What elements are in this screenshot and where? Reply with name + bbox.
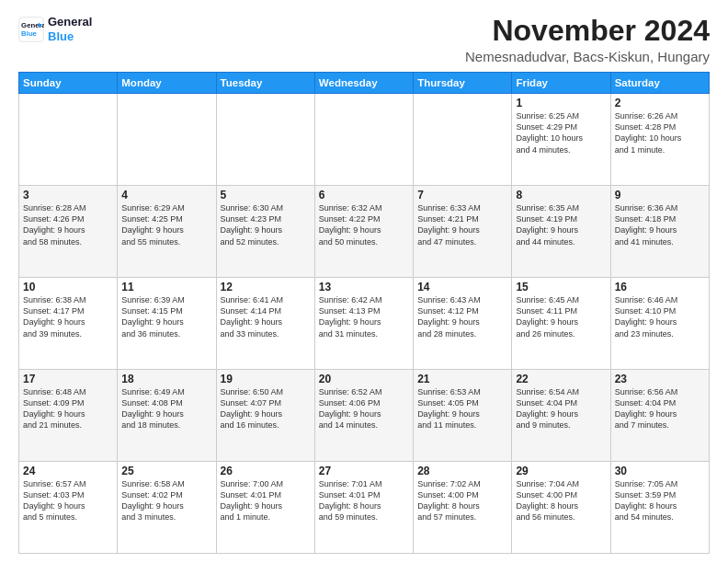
calendar-day: 10Sunrise: 6:38 AM Sunset: 4:17 PM Dayli… xyxy=(19,278,118,370)
col-thursday: Thursday xyxy=(414,73,512,94)
calendar-day: 30Sunrise: 7:05 AM Sunset: 3:59 PM Dayli… xyxy=(610,462,709,554)
calendar-day: 8Sunrise: 6:35 AM Sunset: 4:19 PM Daylig… xyxy=(512,186,610,278)
day-number: 19 xyxy=(221,373,311,385)
calendar-day: 12Sunrise: 6:41 AM Sunset: 4:14 PM Dayli… xyxy=(216,278,314,370)
calendar-day: 24Sunrise: 6:57 AM Sunset: 4:03 PM Dayli… xyxy=(19,462,118,554)
day-number: 29 xyxy=(516,465,606,477)
day-number: 1 xyxy=(516,97,606,109)
calendar-week-2: 10Sunrise: 6:38 AM Sunset: 4:17 PM Dayli… xyxy=(19,278,710,370)
calendar-day: 20Sunrise: 6:52 AM Sunset: 4:06 PM Dayli… xyxy=(314,370,413,462)
day-info: Sunrise: 6:45 AM Sunset: 4:11 PM Dayligh… xyxy=(516,294,606,339)
calendar-day: 14Sunrise: 6:43 AM Sunset: 4:12 PM Dayli… xyxy=(414,278,512,370)
calendar-day: 6Sunrise: 6:32 AM Sunset: 4:22 PM Daylig… xyxy=(314,186,413,278)
logo: General Blue General Blue xyxy=(18,15,92,43)
day-number: 28 xyxy=(417,465,507,477)
day-number: 6 xyxy=(319,189,409,201)
day-number: 22 xyxy=(516,373,606,385)
day-number: 3 xyxy=(23,189,113,201)
calendar-day: 13Sunrise: 6:42 AM Sunset: 4:13 PM Dayli… xyxy=(314,278,413,370)
calendar-day xyxy=(19,94,118,186)
calendar-week-0: 1Sunrise: 6:25 AM Sunset: 4:29 PM Daylig… xyxy=(19,94,710,186)
calendar-day: 29Sunrise: 7:04 AM Sunset: 4:00 PM Dayli… xyxy=(512,462,610,554)
calendar-day: 28Sunrise: 7:02 AM Sunset: 4:00 PM Dayli… xyxy=(414,462,512,554)
calendar-day: 4Sunrise: 6:29 AM Sunset: 4:25 PM Daylig… xyxy=(118,186,216,278)
day-number: 14 xyxy=(417,281,507,293)
calendar-day: 18Sunrise: 6:49 AM Sunset: 4:08 PM Dayli… xyxy=(118,370,216,462)
title-block: November 2024 Nemesnadudvar, Bacs-Kiskun… xyxy=(465,15,710,64)
calendar-day: 9Sunrise: 6:36 AM Sunset: 4:18 PM Daylig… xyxy=(610,186,709,278)
svg-text:Blue: Blue xyxy=(21,29,38,38)
day-info: Sunrise: 6:25 AM Sunset: 4:29 PM Dayligh… xyxy=(516,110,606,155)
calendar-day: 25Sunrise: 6:58 AM Sunset: 4:02 PM Dayli… xyxy=(118,462,216,554)
logo-blue: Blue xyxy=(48,29,92,44)
day-info: Sunrise: 6:46 AM Sunset: 4:10 PM Dayligh… xyxy=(615,294,705,339)
day-info: Sunrise: 6:33 AM Sunset: 4:21 PM Dayligh… xyxy=(417,202,507,247)
month-title: November 2024 xyxy=(465,15,710,47)
calendar-day xyxy=(314,94,413,186)
day-info: Sunrise: 6:48 AM Sunset: 4:09 PM Dayligh… xyxy=(23,386,113,431)
calendar-day: 23Sunrise: 6:56 AM Sunset: 4:04 PM Dayli… xyxy=(610,370,709,462)
calendar-day: 3Sunrise: 6:28 AM Sunset: 4:26 PM Daylig… xyxy=(19,186,118,278)
day-number: 21 xyxy=(417,373,507,385)
calendar-day: 2Sunrise: 6:26 AM Sunset: 4:28 PM Daylig… xyxy=(610,94,709,186)
day-number: 12 xyxy=(221,281,311,293)
day-info: Sunrise: 6:29 AM Sunset: 4:25 PM Dayligh… xyxy=(121,202,211,247)
calendar-header-row: Sunday Monday Tuesday Wednesday Thursday… xyxy=(19,73,710,94)
day-number: 17 xyxy=(23,373,113,385)
day-number: 24 xyxy=(23,465,113,477)
day-info: Sunrise: 6:50 AM Sunset: 4:07 PM Dayligh… xyxy=(221,386,311,431)
day-info: Sunrise: 6:30 AM Sunset: 4:23 PM Dayligh… xyxy=(221,202,311,247)
calendar-day: 17Sunrise: 6:48 AM Sunset: 4:09 PM Dayli… xyxy=(19,370,118,462)
day-info: Sunrise: 6:35 AM Sunset: 4:19 PM Dayligh… xyxy=(516,202,606,247)
day-number: 11 xyxy=(121,281,211,293)
day-info: Sunrise: 7:04 AM Sunset: 4:00 PM Dayligh… xyxy=(516,478,606,523)
col-monday: Monday xyxy=(118,73,216,94)
day-number: 2 xyxy=(615,97,705,109)
day-info: Sunrise: 6:53 AM Sunset: 4:05 PM Dayligh… xyxy=(417,386,507,431)
calendar-day: 5Sunrise: 6:30 AM Sunset: 4:23 PM Daylig… xyxy=(216,186,314,278)
day-number: 27 xyxy=(319,465,409,477)
day-info: Sunrise: 6:49 AM Sunset: 4:08 PM Dayligh… xyxy=(121,386,211,431)
calendar-day xyxy=(118,94,216,186)
day-info: Sunrise: 6:57 AM Sunset: 4:03 PM Dayligh… xyxy=(23,478,113,523)
day-number: 8 xyxy=(516,189,606,201)
calendar-day: 15Sunrise: 6:45 AM Sunset: 4:11 PM Dayli… xyxy=(512,278,610,370)
day-info: Sunrise: 7:00 AM Sunset: 4:01 PM Dayligh… xyxy=(221,478,311,523)
day-info: Sunrise: 6:36 AM Sunset: 4:18 PM Dayligh… xyxy=(615,202,705,247)
day-number: 9 xyxy=(615,189,705,201)
day-number: 25 xyxy=(121,465,211,477)
day-number: 20 xyxy=(319,373,409,385)
calendar-day xyxy=(414,94,512,186)
day-info: Sunrise: 6:32 AM Sunset: 4:22 PM Dayligh… xyxy=(319,202,409,247)
logo-icon: General Blue xyxy=(18,17,44,42)
col-sunday: Sunday xyxy=(19,73,118,94)
day-number: 16 xyxy=(615,281,705,293)
day-info: Sunrise: 7:01 AM Sunset: 4:01 PM Dayligh… xyxy=(319,478,409,523)
day-info: Sunrise: 6:41 AM Sunset: 4:14 PM Dayligh… xyxy=(221,294,311,339)
day-info: Sunrise: 6:52 AM Sunset: 4:06 PM Dayligh… xyxy=(319,386,409,431)
calendar-day: 19Sunrise: 6:50 AM Sunset: 4:07 PM Dayli… xyxy=(216,370,314,462)
calendar-day xyxy=(216,94,314,186)
day-number: 7 xyxy=(417,189,507,201)
page: General Blue General Blue November 2024 … xyxy=(0,0,728,563)
calendar-table: Sunday Monday Tuesday Wednesday Thursday… xyxy=(18,72,710,554)
day-info: Sunrise: 6:54 AM Sunset: 4:04 PM Dayligh… xyxy=(516,386,606,431)
day-info: Sunrise: 6:39 AM Sunset: 4:15 PM Dayligh… xyxy=(121,294,211,339)
day-number: 30 xyxy=(615,465,705,477)
day-number: 13 xyxy=(319,281,409,293)
calendar-day: 21Sunrise: 6:53 AM Sunset: 4:05 PM Dayli… xyxy=(414,370,512,462)
calendar-day: 16Sunrise: 6:46 AM Sunset: 4:10 PM Dayli… xyxy=(610,278,709,370)
header: General Blue General Blue November 2024 … xyxy=(18,15,710,64)
calendar-day: 22Sunrise: 6:54 AM Sunset: 4:04 PM Dayli… xyxy=(512,370,610,462)
calendar-day: 1Sunrise: 6:25 AM Sunset: 4:29 PM Daylig… xyxy=(512,94,610,186)
day-number: 5 xyxy=(221,189,311,201)
col-tuesday: Tuesday xyxy=(216,73,314,94)
day-info: Sunrise: 6:28 AM Sunset: 4:26 PM Dayligh… xyxy=(23,202,113,247)
day-number: 23 xyxy=(615,373,705,385)
day-number: 15 xyxy=(516,281,606,293)
day-info: Sunrise: 6:42 AM Sunset: 4:13 PM Dayligh… xyxy=(319,294,409,339)
location: Nemesnadudvar, Bacs-Kiskun, Hungary xyxy=(465,49,710,64)
day-info: Sunrise: 7:05 AM Sunset: 3:59 PM Dayligh… xyxy=(615,478,705,523)
col-saturday: Saturday xyxy=(610,73,709,94)
day-info: Sunrise: 6:56 AM Sunset: 4:04 PM Dayligh… xyxy=(615,386,705,431)
